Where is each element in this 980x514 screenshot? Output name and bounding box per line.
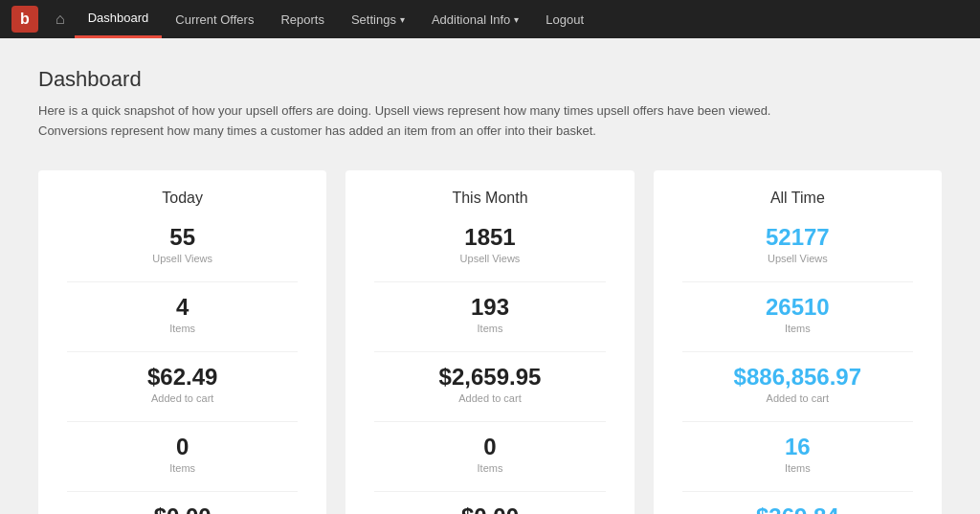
stat-value: $0.00 — [355, 503, 624, 514]
stat-block: $62.49Added to cart — [48, 364, 317, 404]
stat-value: $0.00 — [48, 503, 317, 514]
stat-block: 55Upsell Views — [48, 224, 317, 264]
stat-divider — [374, 351, 605, 352]
stat-value: 0 — [355, 434, 624, 460]
stat-label: Added to cart — [355, 392, 624, 404]
navbar: b ⌂ DashboardCurrent OffersReportsSettin… — [0, 0, 980, 38]
page-title: Dashboard — [38, 67, 942, 92]
stat-value: 0 — [48, 434, 317, 460]
stat-block: 0Items — [355, 434, 624, 474]
chevron-down-icon: ▾ — [400, 14, 405, 25]
stat-label: Added to cart — [48, 392, 317, 404]
stat-card-all-time: All Time52177Upsell Views26510Items$886,… — [654, 170, 942, 514]
page-description: Here is a quick snapshot of how your ups… — [38, 101, 785, 142]
logo: b — [11, 6, 38, 33]
stat-value: 4 — [48, 294, 317, 321]
stat-block: $0.00Upsell Purchases — [48, 503, 317, 514]
nav-item-current-offers[interactable]: Current Offers — [162, 0, 267, 38]
stat-label: Items — [663, 323, 932, 334]
stat-divider — [682, 491, 913, 492]
stat-divider — [67, 491, 298, 492]
stat-divider — [374, 281, 605, 282]
stat-value: 193 — [355, 294, 624, 321]
stat-label: Items — [355, 462, 624, 474]
stat-value: 52177 — [663, 224, 932, 251]
stat-value: 26510 — [663, 294, 932, 321]
stat-divider — [67, 351, 298, 352]
nav-item-reports[interactable]: Reports — [267, 0, 338, 38]
stat-label: Items — [48, 462, 317, 474]
stat-card-today: Today55Upsell Views4Items$62.49Added to … — [38, 170, 326, 514]
main-content: Dashboard Here is a quick snapshot of ho… — [0, 38, 980, 514]
stat-block: $886,856.97Added to cart — [663, 364, 932, 404]
cards-grid: Today55Upsell Views4Items$62.49Added to … — [38, 170, 942, 514]
stat-label: Upsell Views — [48, 253, 317, 264]
card-title: All Time — [663, 190, 932, 207]
stat-card-this-month: This Month1851Upsell Views193Items$2,659… — [345, 170, 634, 514]
stat-value: $369.84 — [663, 503, 932, 514]
stat-value: 1851 — [355, 224, 624, 251]
stat-divider — [374, 491, 605, 492]
nav-item-logout[interactable]: Logout — [532, 0, 597, 38]
stat-block: 16Items — [663, 434, 932, 474]
stat-block: 1851Upsell Views — [355, 224, 624, 264]
stat-divider — [682, 421, 913, 422]
nav-item-dashboard[interactable]: Dashboard — [75, 0, 163, 38]
stat-block: $0.00Upsell Purchases — [355, 503, 624, 514]
stat-block: 0Items — [48, 434, 317, 474]
stat-block: 4Items — [48, 294, 317, 334]
stat-label: Items — [663, 462, 932, 474]
stat-value: 16 — [663, 434, 932, 460]
stat-value: $2,659.95 — [355, 364, 624, 391]
stat-label: Items — [355, 323, 624, 334]
stat-block: $2,659.95Added to cart — [355, 364, 624, 404]
stat-block: $369.84Upsell Purchases — [663, 503, 932, 514]
card-title: Today — [48, 190, 317, 207]
stat-divider — [374, 421, 605, 422]
home-icon[interactable]: ⌂ — [46, 11, 75, 28]
stat-label: Upsell Views — [663, 253, 932, 264]
nav-item-settings[interactable]: Settings ▾ — [338, 0, 418, 38]
stat-value: $886,856.97 — [663, 364, 932, 391]
stat-value: $62.49 — [48, 364, 317, 391]
stat-block: 193Items — [355, 294, 624, 334]
stat-divider — [682, 281, 913, 282]
stat-divider — [682, 351, 913, 352]
nav-item-additional-info[interactable]: Additional Info ▾ — [418, 0, 532, 38]
card-title: This Month — [355, 190, 624, 207]
stat-label: Added to cart — [663, 392, 932, 404]
stat-divider — [67, 421, 298, 422]
stat-value: 55 — [48, 224, 317, 251]
stat-label: Upsell Views — [355, 253, 624, 264]
stat-label: Items — [48, 323, 317, 334]
stat-block: 26510Items — [663, 294, 932, 334]
chevron-down-icon: ▾ — [514, 14, 519, 25]
stat-divider — [67, 281, 298, 282]
stat-block: 52177Upsell Views — [663, 224, 932, 264]
